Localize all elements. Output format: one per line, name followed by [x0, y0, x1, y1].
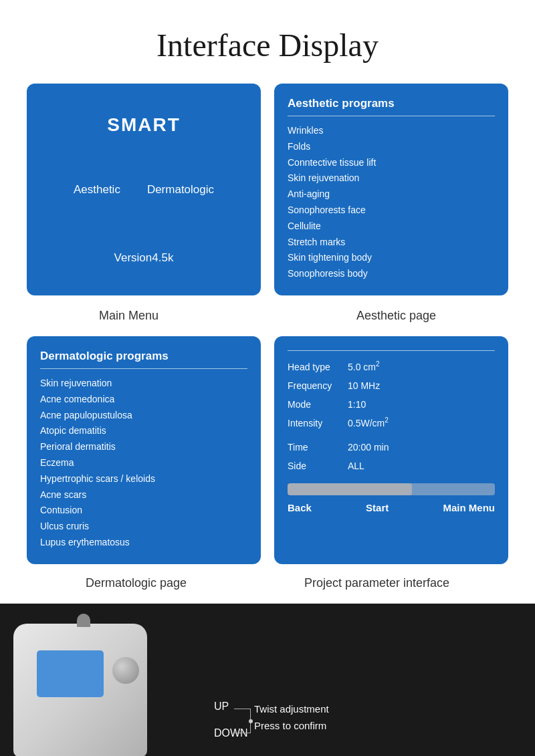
list-item: Eczema: [40, 455, 247, 471]
list-item: Sonophoresis body: [288, 266, 495, 282]
list-item: Lupus erythematosus: [40, 535, 247, 551]
list-item: Skin rejuvenation: [40, 376, 247, 392]
device-annotations: UP DOWN Twist adjustment Press to confir…: [174, 667, 535, 694]
smart-title: SMART: [107, 114, 181, 136]
mode-value: 1:10: [341, 395, 495, 414]
bottom-panels-row: Dermatologic programs Skin rejuvenation …: [0, 336, 535, 571]
list-item: Perioral dermatitis: [40, 439, 247, 455]
list-item: Atopic dematitis: [40, 423, 247, 439]
project-parameter-label: Project parameter interface: [304, 576, 449, 590]
up-label: UP: [214, 701, 229, 713]
device-section: UP DOWN Twist adjustment Press to confir…: [0, 604, 535, 756]
progress-bar: [288, 483, 495, 495]
main-menu-label: Main Menu: [99, 309, 158, 323]
version-label: Version4.5k: [114, 251, 174, 265]
annotation-line2: Press to confirm: [254, 717, 329, 735]
list-item: Anti-aging: [288, 186, 495, 203]
list-item: Cellulite: [288, 219, 495, 235]
list-item: Acne comedonica: [40, 392, 247, 408]
frequency-value: 10 MHz: [341, 376, 495, 395]
list-item: Skin tightening body: [288, 250, 495, 266]
main-menu-button[interactable]: Main Menu: [443, 502, 495, 513]
aesthetic-button[interactable]: Aesthetic: [74, 183, 120, 197]
list-item: Skin rejuvenation: [288, 170, 495, 186]
list-item: Folds: [288, 139, 495, 155]
param-row-time: Time 20:00 min: [288, 438, 495, 457]
annotation-info: Twist adjustment Press to confirm: [254, 701, 329, 735]
bottom-panel-labels: Dermatologic page Project parameter inte…: [0, 571, 535, 604]
aesthetic-page-label: Aesthetic page: [356, 309, 436, 323]
device-screen: [37, 650, 104, 697]
intensity-label: Intensity: [288, 414, 341, 432]
time-value: 20:00 min: [341, 438, 495, 457]
dermatologic-programs-header: Dermatologic programs: [40, 350, 247, 369]
list-item: Ulcus cruris: [40, 519, 247, 535]
mode-label: Mode: [288, 395, 341, 414]
param-row-mode: Mode 1:10: [288, 395, 495, 414]
list-item: Acne papulopustulosa: [40, 408, 247, 424]
frequency-label: Frequency: [288, 376, 341, 395]
connector-line-down: [234, 733, 251, 733]
aesthetic-programs-list: Wrinkles Folds Conntective tissue lift S…: [288, 123, 495, 282]
param-row-intensity: Intensity 0.5W/cm2: [288, 414, 495, 432]
smart-buttons: Aesthetic Dermatologic: [74, 183, 214, 197]
top-panels-row: SMART Aesthetic Dermatologic Version4.5k…: [0, 84, 535, 302]
list-item: Conntective tissue lift: [288, 155, 495, 171]
aesthetic-programs-header: Aesthetic programs: [288, 97, 495, 116]
list-item: Acne scars: [40, 487, 247, 503]
head-type-label: Head type: [288, 358, 341, 376]
annotation-line1: Twist adjustment: [254, 701, 329, 718]
intensity-value: 0.5W/cm2: [341, 414, 495, 432]
side-label: Side: [288, 457, 341, 475]
list-item: Hypertrophic scars / keloids: [40, 471, 247, 487]
list-item: Wrinkles: [288, 123, 495, 139]
param-footer: Back Start Main Menu: [288, 502, 495, 513]
head-type-value: 5.0 cm2: [341, 358, 495, 376]
list-item: Sonophorests face: [288, 203, 495, 219]
device-image: [0, 604, 174, 756]
dermatologic-programs-list: Skin rejuvenation Acne comedonica Acne p…: [40, 376, 247, 551]
connector-dot: [249, 719, 253, 723]
back-button[interactable]: Back: [288, 502, 312, 513]
time-label: Time: [288, 438, 341, 457]
param-row-frequency: Frequency 10 MHz: [288, 376, 495, 395]
param-row-side: Side ALL: [288, 457, 495, 475]
param-row-headtype: Head type 5.0 cm2: [288, 358, 495, 376]
progress-bar-fill: [288, 483, 412, 495]
connector-line-up: [234, 709, 251, 709]
page-title: Interface Display: [0, 0, 535, 84]
device-knob[interactable]: [112, 657, 139, 684]
top-panel-labels: Main Menu Aesthetic page: [0, 302, 535, 336]
dermatologic-programs-panel: Dermatologic programs Skin rejuvenation …: [27, 336, 261, 564]
list-item: Stretch marks: [288, 235, 495, 251]
smart-panel: SMART Aesthetic Dermatologic Version4.5k: [27, 84, 261, 295]
device-body: [13, 624, 147, 756]
dermatologic-button[interactable]: Dermatologic: [147, 183, 214, 197]
start-button[interactable]: Start: [366, 502, 389, 513]
device-top-piece: [77, 614, 90, 627]
list-item: Contusion: [40, 503, 247, 519]
down-label: DOWN: [214, 727, 248, 739]
dermatologic-page-label: Dermatologic page: [86, 576, 187, 590]
aesthetic-programs-panel: Aesthetic programs Wrinkles Folds Connte…: [274, 84, 508, 295]
param-divider: [288, 350, 495, 351]
side-value: ALL: [341, 457, 495, 475]
project-parameter-panel: Head type 5.0 cm2 Frequency 10 MHz Mode …: [274, 336, 508, 564]
